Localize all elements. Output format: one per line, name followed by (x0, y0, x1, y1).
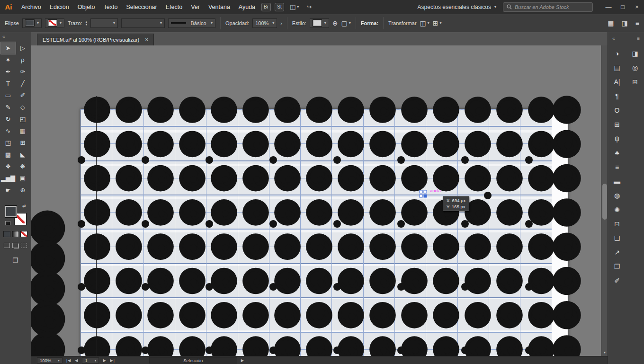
workspace-switcher[interactable]: Aspectos esenciales clásicos ▾ (418, 4, 496, 10)
bridge-button[interactable]: Br (261, 3, 271, 11)
brush-definition-select[interactable]: ▾ (121, 18, 165, 28)
blend-tool[interactable]: ❖ (1, 160, 16, 172)
color-guide-panel-icon[interactable]: ◑ (609, 46, 625, 61)
symbols-panel-icon[interactable]: ♣ (609, 146, 625, 160)
graphic-style-select[interactable]: ▾ (310, 18, 329, 28)
screen-mode-icon[interactable]: ❐ (12, 257, 18, 264)
tab-close-icon[interactable]: × (145, 36, 148, 43)
close-button[interactable]: × (630, 0, 644, 14)
fill-color-dropdown[interactable]: ▾ (22, 18, 42, 28)
zoom-select[interactable]: 100% ▾ (37, 357, 63, 364)
align-button[interactable]: ◫ ▾ (420, 19, 429, 27)
rectangle-tool[interactable]: ▭ (1, 89, 16, 101)
asset-export-panel-icon[interactable]: ↗ (609, 245, 625, 259)
share-button[interactable]: ↪ (306, 3, 312, 10)
knife-panel-icon[interactable]: ✐ (609, 274, 625, 288)
artboard-tool[interactable]: ▣ (16, 172, 30, 184)
brushes-panel-icon[interactable]: ψ (609, 132, 625, 146)
menu-item-texto[interactable]: Texto (99, 0, 122, 14)
maximize-button[interactable]: □ (616, 0, 630, 14)
opacity-select[interactable]: 100% ▾ (252, 18, 277, 28)
menu-item-ayuda[interactable]: Ayuda (234, 0, 259, 14)
menu-item-objeto[interactable]: Objeto (73, 0, 99, 14)
perspective-grid-tool[interactable]: ◳ (1, 137, 16, 149)
globe-icon[interactable]: ⊕ (332, 19, 338, 27)
menu-item-ventana[interactable]: Ventana (204, 0, 234, 14)
variable-width-profile-select[interactable]: Básico ▾ (168, 18, 215, 28)
rotate-tool[interactable]: ↻ (1, 113, 16, 125)
pathfinder-panel-icon[interactable]: ◎ (627, 61, 643, 75)
links-panel-icon[interactable]: ⊡ (609, 217, 625, 231)
magic-wand-tool[interactable]: ✶ (1, 54, 16, 66)
none-mode-button[interactable] (20, 231, 27, 237)
column-graph-tool[interactable]: ▂▅▇ (1, 172, 16, 184)
selection-tool[interactable]: ➤ (1, 42, 16, 54)
character-panel-icon[interactable]: A| (609, 75, 625, 89)
direct-selection-tool[interactable]: ▷ (16, 42, 30, 54)
line-segment-tool[interactable]: ╱ (16, 78, 30, 89)
stroke-panel-icon[interactable]: ≡ (609, 160, 625, 174)
control-bar-menu-icon[interactable]: ≡ (635, 19, 639, 27)
panels-expand-button[interactable]: « (612, 36, 615, 41)
hand-tool[interactable]: ☛ (1, 184, 16, 196)
transform-panel-icon[interactable]: ⊞ (627, 75, 643, 89)
pencil-tool[interactable]: ✎ (1, 101, 16, 113)
dock-panels-icon[interactable]: ◨ (622, 19, 628, 27)
gradient-mode-button[interactable] (12, 231, 19, 237)
opentype-panel-icon[interactable]: O (609, 103, 625, 117)
menu-item-ver[interactable]: Ver (187, 0, 204, 14)
status-play-icon[interactable]: ▶ (241, 358, 244, 363)
transform-link[interactable]: Transformar (388, 20, 417, 26)
draw-behind-button[interactable] (12, 243, 18, 248)
first-artboard-button[interactable]: |◀ (66, 358, 71, 363)
vertical-scrollbar[interactable]: ▾ (601, 45, 608, 356)
layers-panel-icon[interactable]: ❏ (609, 231, 625, 245)
select-similar-button[interactable]: ▢ ▾ (341, 19, 351, 27)
adobe-stock-search-input[interactable]: Buscar en Adobe Stock (503, 2, 593, 12)
opacity-options-button[interactable]: › (280, 20, 282, 26)
gradient-tool[interactable]: ▩ (1, 149, 16, 160)
stroke-weight-stepper[interactable]: ▴ ▾ (86, 20, 87, 26)
transparency-panel-icon[interactable]: ◍ (609, 188, 625, 203)
stock-button[interactable]: St (275, 3, 284, 11)
scrollbar-thumb[interactable] (602, 184, 607, 220)
zoom-tool[interactable]: ⊕ (16, 184, 30, 196)
grid-view-icon[interactable]: ▦ (608, 19, 614, 27)
free-transform-tool[interactable]: ▦ (16, 125, 30, 137)
paintbrush-tool[interactable]: ✐ (16, 89, 30, 101)
eyedropper-tool[interactable]: ◣ (16, 149, 30, 160)
gradient-panel-icon[interactable]: ▬ (609, 174, 625, 188)
color-panel-icon[interactable]: ✺ (609, 203, 625, 217)
next-artboard-button[interactable]: ▶ (103, 358, 106, 363)
document-tab[interactable]: ESTEEM.ai* al 100% (RGB/Previsualizar) × (37, 34, 154, 45)
fill-color-swatch[interactable] (5, 205, 17, 218)
artboard-select[interactable]: 1 ▾ (82, 357, 99, 364)
status-display[interactable]: Selección (149, 357, 237, 364)
distribute-button[interactable]: ⊞ ▾ (433, 19, 442, 27)
canvas[interactable]: ancla X: 694 px Y: 165 px ▾ (31, 45, 608, 356)
artboards-panel-icon[interactable]: ⊞ (609, 117, 625, 132)
minimize-button[interactable]: — (601, 0, 616, 14)
stroke-weight-select[interactable]: ▾ (90, 18, 118, 28)
panel-dock-menu-icon[interactable]: ≡ (637, 36, 640, 41)
scroll-down-button[interactable]: ▾ (601, 349, 608, 355)
draw-normal-button[interactable] (4, 243, 10, 248)
mesh-tool[interactable]: ⊞ (16, 137, 30, 149)
paragraph-panel-icon[interactable]: ¶ (609, 89, 625, 103)
swatches-panel-icon[interactable]: ▤ (609, 61, 625, 75)
menu-item-efecto[interactable]: Efecto (161, 0, 187, 14)
symbol-sprayer-tool[interactable]: ❋ (16, 160, 30, 172)
color-mode-button[interactable] (3, 231, 10, 237)
arrange-documents-button[interactable]: ◫ ▾ (290, 3, 299, 10)
menu-item-archivo[interactable]: Archivo (17, 0, 45, 14)
scale-tool[interactable]: ◰ (16, 113, 30, 125)
align-panel-icon[interactable]: ◨ (627, 46, 643, 61)
shape-link[interactable]: Forma: (361, 20, 378, 26)
last-artboard-button[interactable]: ▶| (110, 358, 115, 363)
width-tool[interactable]: ∿ (1, 125, 16, 137)
lasso-tool[interactable]: ρ (16, 54, 30, 66)
swap-fill-stroke-icon[interactable]: ⇄ (22, 204, 26, 208)
shaper-tool[interactable]: ◇ (16, 101, 30, 113)
draw-inside-button[interactable] (21, 243, 27, 248)
tools-collapse-button[interactable]: « (0, 32, 31, 42)
